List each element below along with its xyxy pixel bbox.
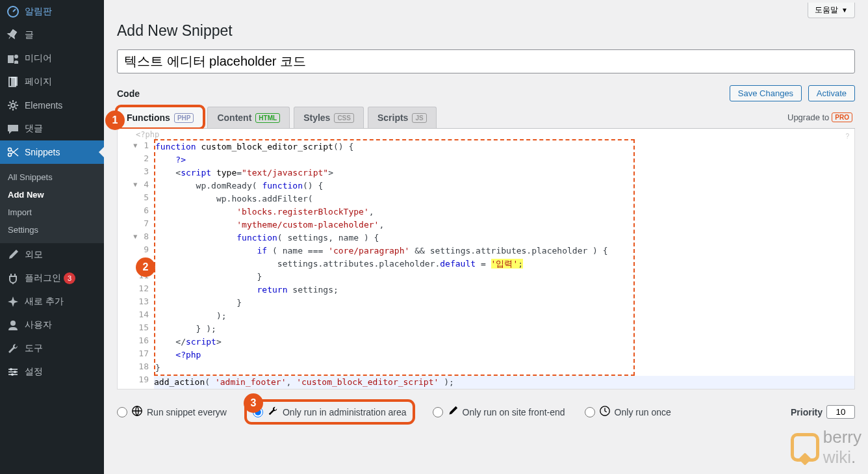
sliders-icon — [6, 365, 19, 378]
sidebar-item-tools[interactable]: 도구 — [0, 337, 104, 360]
sparkle-icon — [6, 295, 19, 308]
php-chip: PHP — [174, 113, 194, 123]
svg-rect-4 — [11, 77, 18, 86]
annotation-balloon-1: 1 — [105, 111, 125, 130]
tab-styles[interactable]: Styles CSS — [294, 107, 364, 128]
comment-icon — [6, 122, 19, 135]
pro-chip: PRO — [832, 112, 852, 122]
run-options-row: Run snippet everyw 3 Only run in adminis… — [117, 389, 855, 423]
svg-point-2 — [14, 55, 18, 59]
sidebar-item-label: 댓글 — [25, 123, 43, 135]
pin-icon — [6, 29, 19, 42]
page-title: Add New Snippet — [117, 22, 855, 40]
html-chip: HTML — [255, 113, 280, 123]
sidebar-item-label: 글 — [25, 29, 34, 41]
activate-button[interactable]: Activate — [808, 85, 855, 101]
sidebar-item-add-new[interactable]: 새로 추가 — [0, 290, 104, 313]
plug-icon — [6, 272, 19, 285]
watermark: berry wiki. — [791, 427, 862, 467]
sidebar-item-media[interactable]: 미디어 — [0, 47, 104, 70]
sidebar-item-plugins[interactable]: 플러그인 3 — [0, 267, 104, 290]
sidebar-item-comments[interactable]: 댓글 — [0, 117, 104, 140]
sidebar-item-users[interactable]: 사용자 — [0, 313, 104, 337]
chevron-down-icon: ▼ — [841, 7, 848, 14]
code-section-title: Code — [117, 88, 140, 99]
user-icon — [6, 319, 19, 332]
sidebar-submenu: All Snippets Add New Import Settings — [0, 164, 104, 243]
css-chip: CSS — [334, 113, 354, 123]
globe-icon — [131, 405, 143, 419]
tab-scripts[interactable]: Scripts JS — [368, 107, 437, 128]
code-editor[interactable]: ? <?php 2 ▼123▼4567▼89111213141516171819… — [117, 129, 855, 389]
watermark-icon — [791, 433, 819, 462]
sidebar-item-label: Elements — [25, 100, 62, 111]
tab-content[interactable]: Content HTML — [207, 107, 290, 128]
priority-field: Priority — [791, 405, 855, 419]
snippet-title-input[interactable] — [117, 49, 855, 73]
wrench-icon — [6, 342, 19, 355]
clock-icon — [599, 405, 611, 419]
svg-rect-1 — [8, 55, 14, 63]
sidebar-item-label: 설정 — [25, 366, 43, 378]
main-content: 도움말 ▼ Add New Snippet Code Save Changes … — [104, 0, 868, 474]
page-icon — [6, 75, 19, 88]
js-chip: JS — [412, 113, 426, 123]
sidebar-item-settings[interactable]: 설정 — [0, 360, 104, 384]
media-icon — [6, 52, 19, 65]
sidebar-item-dashboard[interactable]: 알림판 — [0, 0, 104, 23]
run-everywhere-option[interactable]: Run snippet everyw — [117, 405, 227, 419]
upgrade-link[interactable]: Upgrade to PRO — [787, 112, 855, 122]
help-toggle[interactable]: 도움말 ▼ — [808, 3, 855, 18]
sidebar-item-appearance[interactable]: 외모 — [0, 243, 104, 267]
frontend-icon — [447, 405, 459, 419]
gear-icon — [6, 99, 19, 112]
priority-input[interactable] — [826, 405, 855, 419]
php-open-tag: <?php — [118, 129, 854, 139]
sidebar-item-label: 알림판 — [25, 6, 52, 18]
annotation-balloon-2: 2 — [136, 257, 155, 277]
svg-point-5 — [11, 103, 15, 107]
sidebar-item-label: 도구 — [25, 343, 43, 354]
sidebar-item-pages[interactable]: 페이지 — [0, 70, 104, 94]
save-button[interactable]: Save Changes — [730, 85, 802, 101]
code-body[interactable]: function custom_block_editor_script() { … — [154, 139, 854, 389]
svg-point-10 — [14, 371, 16, 373]
sidebar-item-label: 외모 — [25, 249, 43, 261]
run-frontend-option[interactable]: Only run on site front-end — [433, 405, 565, 419]
svg-point-9 — [10, 368, 12, 371]
sidebar-item-label: 미디어 — [25, 53, 52, 64]
submenu-all-snippets[interactable]: All Snippets — [0, 168, 104, 186]
scissors-icon — [6, 146, 19, 159]
tab-functions[interactable]: Functions PHP — [117, 107, 203, 128]
run-once-option[interactable]: Only run once — [585, 405, 671, 419]
sidebar-item-label: 플러그인 — [25, 272, 61, 284]
update-badge: 3 — [64, 272, 75, 284]
svg-point-8 — [10, 321, 16, 326]
submenu-settings[interactable]: Settings — [0, 221, 104, 239]
submenu-import[interactable]: Import — [0, 204, 104, 221]
wrench-icon — [267, 405, 279, 419]
sidebar-item-elements[interactable]: Elements — [0, 94, 104, 117]
sidebar-item-snippets[interactable]: Snippets — [0, 140, 104, 164]
sidebar-item-label: 페이지 — [25, 76, 52, 88]
dashboard-icon — [6, 5, 19, 18]
annotation-balloon-3: 3 — [244, 393, 263, 413]
submenu-add-new[interactable]: Add New — [0, 186, 104, 204]
sidebar-item-label: 사용자 — [25, 319, 52, 331]
sidebar-item-posts[interactable]: 글 — [0, 23, 104, 47]
svg-point-11 — [11, 373, 14, 376]
run-admin-option[interactable]: Only run in administration area — [246, 401, 413, 423]
admin-sidebar: 알림판 글 미디어 페이지 Elements 댓글 Snippets All S… — [0, 0, 104, 474]
sidebar-item-label: 새로 추가 — [25, 296, 64, 308]
brush-icon — [6, 248, 19, 261]
sidebar-item-label: Snippets — [25, 147, 60, 157]
